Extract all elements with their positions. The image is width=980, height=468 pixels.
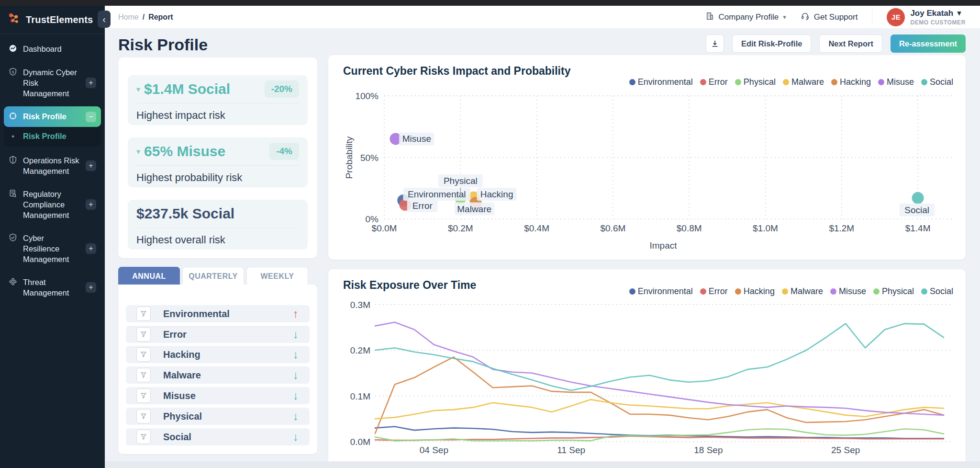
crosshair-icon xyxy=(9,277,17,288)
user-role-badge: DEMO CUSTOMER xyxy=(910,19,966,26)
trend-arrow-icon: ↓ xyxy=(289,348,303,361)
legend-dot xyxy=(735,288,741,295)
legend-item-error[interactable]: Error xyxy=(700,77,728,87)
legend-item-misuse[interactable]: Misuse xyxy=(830,286,866,297)
chart-title: Risk Exposure Over Time xyxy=(343,279,476,292)
stat-change-badge: -20% xyxy=(265,80,299,98)
expand-plus-icon[interactable]: + xyxy=(86,199,96,210)
legend-dot xyxy=(921,288,927,295)
risk-row[interactable]: Hacking ↓ xyxy=(126,346,310,363)
legend-item-environmental[interactable]: Environmental xyxy=(629,77,693,87)
brand-logo[interactable]: TrustElements xyxy=(0,6,105,34)
y-tick-label: 0.0M xyxy=(350,437,370,447)
get-support-link[interactable]: Get Support xyxy=(801,11,858,23)
trend-arrow-icon: ↓ xyxy=(289,328,303,341)
legend-item-social[interactable]: Social xyxy=(921,77,953,87)
period-tabs: ANNUAL QUARTERLY WEEKLY xyxy=(118,267,308,285)
main-content: Risk Profile Edit Risk-Profile Next Repo… xyxy=(105,29,980,468)
risk-row[interactable]: Misuse ↓ xyxy=(126,387,310,404)
risk-row[interactable]: Error ↓ xyxy=(126,326,310,343)
shield-split-icon xyxy=(9,156,17,166)
legend-item-environmental[interactable]: Environmental xyxy=(629,286,693,297)
filter-funnel-icon[interactable] xyxy=(136,327,151,342)
sidebar-item-operations-risk[interactable]: Operations Risk Management + xyxy=(4,150,101,181)
legend-item-hacking[interactable]: Hacking xyxy=(735,286,775,297)
highest-overall-stat: $237.5k Social Highest overall risk xyxy=(128,200,308,250)
shield-check-icon xyxy=(9,233,17,244)
horizontal-scrollbar-track[interactable] xyxy=(105,461,980,468)
risk-row-label: Error xyxy=(163,329,276,340)
breadcrumb-home[interactable]: Home xyxy=(118,13,139,22)
legend-dot xyxy=(629,288,635,295)
collapse-minus-icon[interactable]: − xyxy=(86,112,96,122)
sidebar: TrustElements Dashboard $ Dynamic Cyber … xyxy=(0,6,105,468)
y-tick-label: 0% xyxy=(366,214,379,224)
filter-funnel-icon[interactable] xyxy=(136,409,151,423)
trend-arrow-icon: ↓ xyxy=(289,430,303,444)
edit-risk-profile-button[interactable]: Edit Risk-Profile xyxy=(732,34,811,53)
legend-item-physical[interactable]: Physical xyxy=(873,286,914,297)
sidebar-item-dynamic-cyber-risk[interactable]: $ Dynamic Cyber Risk Management + xyxy=(4,62,101,103)
sidebar-item-dashboard[interactable]: Dashboard xyxy=(4,39,101,59)
filter-funnel-icon[interactable] xyxy=(136,307,151,321)
sidebar-subitem-risk-profile[interactable]: • Risk Profile xyxy=(4,126,101,147)
header-divider xyxy=(872,9,872,25)
risk-row[interactable]: Physical ↓ xyxy=(126,408,310,425)
download-button[interactable] xyxy=(706,34,724,53)
risk-row[interactable]: Environmental ↑ xyxy=(126,305,310,322)
tab-weekly[interactable]: WEEKLY xyxy=(246,267,308,285)
legend-label: Social xyxy=(930,77,953,87)
x-tick-label: $1.4M xyxy=(905,223,931,233)
expand-plus-icon[interactable]: + xyxy=(86,78,96,88)
sidebar-nav: Dashboard $ Dynamic Cyber Risk Managemen… xyxy=(0,34,105,303)
legend-item-physical[interactable]: Physical xyxy=(735,77,776,87)
line-series-misuse xyxy=(375,322,944,415)
document-search-icon xyxy=(9,189,17,200)
legend-item-error[interactable]: Error xyxy=(700,286,728,297)
filter-funnel-icon[interactable] xyxy=(136,347,151,362)
x-axis-title: Impact xyxy=(649,240,677,251)
filter-funnel-icon[interactable] xyxy=(136,430,151,444)
legend-item-misuse[interactable]: Misuse xyxy=(878,77,914,87)
risk-row-label: Social xyxy=(163,432,276,443)
stat-value: $237.5k Social xyxy=(136,205,299,222)
breadcrumb-separator: / xyxy=(143,13,145,22)
legend-item-hacking[interactable]: Hacking xyxy=(831,77,871,87)
risk-row[interactable]: Social ↓ xyxy=(126,428,310,445)
tab-quarterly[interactable]: QUARTERLY xyxy=(182,267,244,285)
point-label: Physical xyxy=(444,176,478,186)
expand-plus-icon[interactable]: + xyxy=(86,243,96,254)
legend-item-malware[interactable]: Malware xyxy=(782,286,823,297)
breadcrumb: Home / Report xyxy=(118,13,173,22)
legend-dot xyxy=(873,288,880,295)
sidebar-collapse-button[interactable]: ‹ xyxy=(98,11,111,28)
sidebar-item-regulatory-compliance[interactable]: Regulatory Compliance Management + xyxy=(4,184,101,225)
legend-item-malware[interactable]: Malware xyxy=(783,77,824,87)
x-tick-label: $0.8M xyxy=(677,223,702,233)
reassessment-button[interactable]: Re-assessment xyxy=(891,34,966,53)
legend-item-social[interactable]: Social xyxy=(921,286,953,297)
next-report-button[interactable]: Next Report xyxy=(819,34,882,53)
tab-annual[interactable]: ANNUAL xyxy=(118,267,180,285)
legend-dot xyxy=(878,79,884,85)
filter-funnel-icon[interactable] xyxy=(136,388,151,403)
expand-plus-icon[interactable]: + xyxy=(86,160,96,171)
caret-down-icon: ▾ xyxy=(136,85,140,94)
sidebar-item-label: Regulatory Compliance Management xyxy=(23,189,81,220)
point-label: Misuse xyxy=(402,134,431,144)
point-label: Environmental xyxy=(408,189,466,199)
sidebar-item-risk-profile[interactable]: Risk Profile − xyxy=(4,106,101,127)
risk-row[interactable]: Malware ↓ xyxy=(126,366,310,384)
user-menu[interactable]: JE Joy Ekatah ▾ DEMO CUSTOMER xyxy=(887,8,966,26)
expand-plus-icon[interactable]: + xyxy=(86,282,96,293)
sidebar-item-cyber-resilience[interactable]: Cyber Resilience Management + xyxy=(4,228,101,269)
legend-dot xyxy=(921,79,927,85)
company-profile-menu[interactable]: Company Profile ▾ xyxy=(705,11,786,23)
point-label: Malware xyxy=(457,204,491,214)
y-axis-title: Probability xyxy=(344,136,354,179)
stat-caption: Highest overall risk xyxy=(136,234,299,246)
highest-impact-stat: ▾ $1.4M Social -20% Highest impact risk xyxy=(128,75,308,125)
sidebar-item-threat-management[interactable]: Threat Management + xyxy=(4,272,101,303)
trustelements-logo-icon xyxy=(7,11,21,28)
filter-funnel-icon[interactable] xyxy=(136,368,151,382)
